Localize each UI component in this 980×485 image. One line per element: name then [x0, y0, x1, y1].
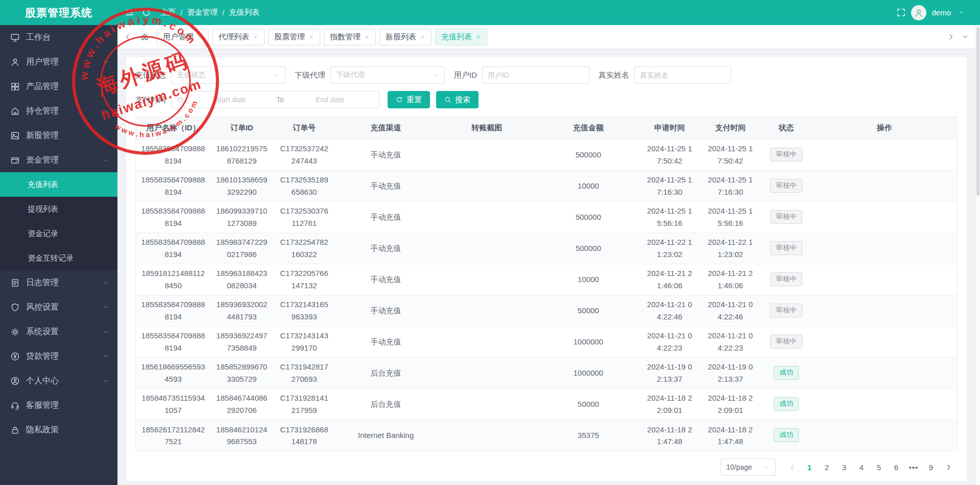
column-header: 申请时间: [639, 117, 700, 139]
tabs-scroll-left-button[interactable]: [123, 33, 133, 41]
sidebar-item[interactable]: 贷款管理: [0, 344, 117, 368]
chevron-down-icon[interactable]: [958, 9, 965, 16]
tabs-scroll-right-button[interactable]: [946, 33, 956, 41]
recharge-table: 用户名称（ID）订单ID订单号充值渠道转账截图充值金额申请时间支付时间状态操作 …: [135, 117, 958, 451]
sub-agent-label: 下级代理: [295, 71, 325, 80]
tab[interactable]: 代理列表: [212, 29, 265, 45]
cell-apply-time: 2024-11-18 21:47:48: [639, 420, 700, 451]
filter-user-id: 用户ID: [454, 66, 589, 84]
page-size-select[interactable]: 10/page: [721, 458, 776, 476]
page-button[interactable]: 3: [836, 459, 852, 475]
sidebar-item[interactable]: 系统设置: [0, 319, 117, 344]
breadcrumb-item[interactable]: 主页: [160, 8, 176, 17]
close-icon[interactable]: [364, 34, 370, 40]
cell-user-id: 1856261721128427521: [136, 420, 210, 451]
tab[interactable]: 新股列表: [379, 29, 432, 45]
page-scrollbar[interactable]: [975, 25, 980, 485]
status-badge: 成功: [774, 397, 799, 411]
tab-label: 新股列表: [386, 32, 416, 42]
sidebar-item[interactable]: 个人中心: [0, 368, 117, 393]
search-button[interactable]: 搜索: [436, 91, 479, 108]
tab-home[interactable]: [137, 29, 153, 45]
search-icon: [444, 96, 451, 103]
sidebar-item[interactable]: 产品管理: [0, 74, 117, 99]
breadcrumb-separator: /: [222, 8, 224, 17]
sidebar-subitem[interactable]: 提现列表: [0, 197, 117, 221]
cell-channel: 手动充值: [336, 295, 437, 326]
tabs-menu-button[interactable]: [960, 33, 970, 41]
cell-operation: [811, 233, 957, 264]
sidebar-item[interactable]: 新股管理: [0, 123, 117, 148]
sidebar-item[interactable]: 工作台: [0, 25, 117, 50]
refresh-icon[interactable]: [141, 8, 151, 17]
breadcrumb-item[interactable]: 资金管理: [187, 8, 218, 17]
page-button[interactable]: 4: [853, 459, 870, 475]
page-button[interactable]: 9: [923, 459, 939, 475]
home-icon: [140, 33, 149, 41]
cell-order-id: 1861013586593292290: [210, 170, 273, 201]
cell-order-id: 1858462101249687553: [210, 420, 273, 451]
reset-button[interactable]: 重置: [388, 91, 430, 108]
tab[interactable]: 用户管理: [157, 29, 209, 45]
sidebar-item[interactable]: 客服管理: [0, 393, 117, 418]
user-id-input[interactable]: [482, 66, 589, 84]
cell-order-no: C1731942817270693: [273, 357, 336, 388]
close-icon[interactable]: [253, 34, 258, 40]
recharge-status-select[interactable]: 充值状态: [171, 66, 285, 84]
sidebar-item[interactable]: 隐私政策: [0, 418, 117, 442]
sidebar-item[interactable]: 风控设置: [0, 295, 117, 319]
pay-time-range-picker[interactable]: Start date To End date: [171, 91, 379, 108]
sub-agent-placeholder: 下级代理: [336, 71, 365, 80]
page-button[interactable]: 1: [801, 459, 818, 475]
scrollbar-thumb[interactable]: [976, 27, 979, 196]
sidebar-subitem[interactable]: 充值列表: [0, 172, 117, 197]
cell-screenshot: [437, 295, 538, 326]
next-page-button[interactable]: [940, 459, 957, 475]
cell-order-id: 1859631884230828034: [210, 264, 273, 295]
real-name-input[interactable]: [634, 66, 731, 84]
fullscreen-icon[interactable]: [896, 8, 906, 17]
cell-user-id: 1856186695565934593: [136, 357, 210, 388]
page-button[interactable]: 5: [871, 459, 887, 475]
close-icon[interactable]: [308, 34, 314, 40]
chevron-down-icon: [763, 464, 770, 471]
sidebar-item[interactable]: 用户管理: [0, 50, 117, 74]
sidebar-item[interactable]: 资金管理: [0, 148, 117, 172]
content-area: 充值状态 充值状态 下级代理 下级代理 用户ID: [117, 49, 975, 485]
recharge-status-label: 充值状态: [135, 71, 166, 80]
cell-pay-time: 2024-11-25 17:50:42: [700, 139, 761, 170]
sidebar-item-label: 风控设置: [26, 302, 103, 313]
column-header: 充值金额: [537, 117, 639, 139]
close-icon[interactable]: [420, 34, 425, 40]
tab-label: 用户管理: [163, 32, 194, 42]
cell-order-no: C1732143165963393: [273, 295, 336, 326]
recharge-status-placeholder: 充值状态: [177, 71, 205, 80]
chevron-down-icon: [103, 157, 109, 164]
sidebar-subitem[interactable]: 资金互转记录: [0, 246, 117, 270]
sidebar-subitem[interactable]: 资金记录: [0, 221, 117, 246]
page-button[interactable]: 2: [819, 459, 835, 475]
cell-pay-time: 2024-11-18 22:09:01: [700, 388, 761, 420]
sidebar-item[interactable]: 持仓管理: [0, 99, 117, 123]
cell-apply-time: 2024-11-25 17:16:30: [639, 170, 700, 201]
prev-page-button[interactable]: [784, 459, 800, 475]
sidebar-item[interactable]: 日志管理: [0, 270, 117, 295]
chevron-down-icon: [433, 72, 439, 79]
cell-user-id: 1859181214881128450: [136, 264, 210, 295]
close-icon[interactable]: [197, 34, 203, 40]
table-row: 18561866955659345931858528996703305729C1…: [136, 357, 957, 388]
tab[interactable]: 充值列表: [435, 29, 487, 45]
close-icon[interactable]: [475, 34, 481, 40]
tab-bar: 用户管理代理列表股票管理指数管理新股列表充值列表: [117, 25, 975, 49]
avatar[interactable]: [911, 5, 926, 20]
search-button-label: 搜索: [455, 95, 470, 105]
page-button[interactable]: 6: [888, 459, 904, 475]
username[interactable]: demo: [931, 8, 951, 17]
sub-agent-select[interactable]: 下级代理: [330, 66, 445, 84]
sidebar-item-label: 贷款管理: [26, 351, 103, 362]
cell-channel: 手动充值: [336, 139, 437, 170]
tab[interactable]: 股票管理: [268, 29, 320, 45]
tab[interactable]: 指数管理: [324, 29, 376, 45]
hamburger-icon[interactable]: [125, 8, 134, 17]
table-row: 18558358470988881941860993397101273089C1…: [136, 201, 957, 233]
